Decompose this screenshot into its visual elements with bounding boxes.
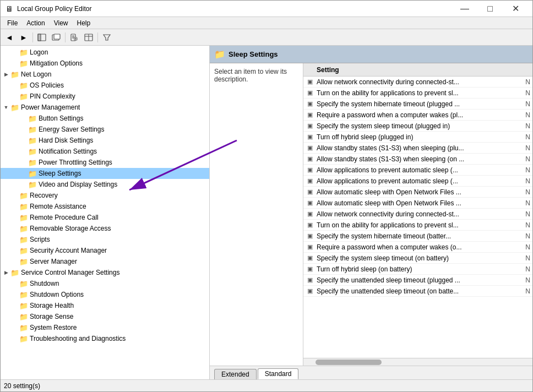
settings-row[interactable]: ▣ Specify the unattended sleep timeout (… <box>303 275 532 286</box>
setting-icon: ▣ <box>306 276 314 284</box>
menu-help[interactable]: Help <box>73 18 95 28</box>
settings-row[interactable]: ▣ Turn on the ability for applications t… <box>303 220 532 231</box>
tree-item-label: Scripts <box>30 236 50 243</box>
tree-expand-icon[interactable]: ▶ <box>2 268 10 277</box>
tree-expand-icon[interactable]: ▼ <box>2 103 10 112</box>
folder-icon: 📁 <box>10 269 19 276</box>
settings-row[interactable]: ▣ Specify the system hibernate timeout (… <box>303 231 532 242</box>
tree-item[interactable]: 📁Shutdown Options <box>1 289 209 300</box>
setting-state: N <box>519 122 530 130</box>
setting-icon: ▣ <box>306 166 314 174</box>
settings-row[interactable]: ▣ Require a password when a computer wak… <box>303 110 532 121</box>
tab-standard[interactable]: Standard <box>258 368 299 379</box>
tree-item[interactable]: 📁Power Throttling Settings <box>1 157 209 168</box>
settings-row[interactable]: ▣ Allow network connectivity during conn… <box>303 77 532 88</box>
tree-item[interactable]: 📁Button Settings <box>1 113 209 124</box>
setting-icon: ▣ <box>306 155 314 163</box>
menu-view[interactable]: View <box>50 18 73 28</box>
horizontal-scrollbar[interactable] <box>303 358 532 366</box>
tree-item[interactable]: 📁Video and Display Settings <box>1 179 209 190</box>
tree-item[interactable]: 📁Notification Settings <box>1 146 209 157</box>
tree-item[interactable]: 📁PIN Complexity <box>1 91 209 102</box>
settings-row[interactable]: ▣ Allow standby states (S1-S3) when slee… <box>303 154 532 165</box>
tab-extended[interactable]: Extended <box>214 369 257 379</box>
tree-item[interactable]: 📁Removable Storage Access <box>1 223 209 234</box>
tree-item[interactable]: 📁Shutdown <box>1 278 209 289</box>
tree-item[interactable]: 📁Logon <box>1 47 209 58</box>
tree-item[interactable]: 📁Recovery <box>1 190 209 201</box>
settings-row[interactable]: ▣ Allow automatic sleep with Open Networ… <box>303 187 532 198</box>
close-button[interactable]: ✕ <box>503 1 528 17</box>
setting-icon: ▣ <box>306 210 314 218</box>
setting-state: N <box>519 133 530 141</box>
tree-item[interactable]: 📁OS Policies <box>1 80 209 91</box>
toolbar-forward[interactable]: ► <box>17 31 30 44</box>
tree-item[interactable]: 📁Mitigation Options <box>1 58 209 69</box>
setting-label: Turn off hybrid sleep (plugged in) <box>317 133 519 141</box>
folder-icon: 📁 <box>19 291 28 298</box>
tree-item[interactable]: 📁Storage Health <box>1 300 209 311</box>
tree-item-label: Removable Storage Access <box>30 225 111 232</box>
settings-row[interactable]: ▣ Specify the system hibernate timeout (… <box>303 99 532 110</box>
tree-item[interactable]: 📁Hard Disk Settings <box>1 135 209 146</box>
toolbar-filter[interactable] <box>100 31 113 44</box>
menu-action[interactable]: Action <box>22 18 49 28</box>
folder-icon: 📁 <box>10 70 19 78</box>
scrollbar-thumb[interactable] <box>316 360 382 365</box>
settings-row[interactable]: ▣ Allow applications to prevent automati… <box>303 165 532 176</box>
settings-row[interactable]: ▣ Turn off hybrid sleep (on battery) N <box>303 264 532 275</box>
folder-icon: 📁 <box>28 159 37 166</box>
tree-item[interactable]: 📁Troubleshooting and Diagnostics <box>1 333 209 344</box>
toolbar-back[interactable]: ◄ <box>3 31 16 44</box>
tree-expand-icon[interactable]: ▶ <box>2 70 10 79</box>
maximize-button[interactable]: □ <box>477 1 503 17</box>
tree-item[interactable]: 📁Remote Assistance <box>1 201 209 212</box>
menu-file[interactable]: File <box>3 18 22 28</box>
toolbar-show-hide-console[interactable] <box>35 31 48 44</box>
tree-item[interactable]: 📁System Restore <box>1 322 209 333</box>
tree-item[interactable]: 📁Security Account Manager <box>1 245 209 256</box>
setting-state: N <box>519 243 530 251</box>
settings-row[interactable]: ▣ Allow applications to prevent automati… <box>303 176 532 187</box>
toolbar-properties[interactable] <box>68 31 81 44</box>
tree-item[interactable]: 📁Energy Saver Settings <box>1 124 209 135</box>
tree-item[interactable]: 📁Storage Sense <box>1 311 209 322</box>
minimize-button[interactable]: — <box>452 1 477 17</box>
setting-label: Specify the system hibernate timeout (ba… <box>317 232 519 240</box>
settings-row[interactable]: ▣ Turn off hybrid sleep (plugged in) N <box>303 132 532 143</box>
title-bar-left: 🖥 Local Group Policy Editor <box>5 4 91 13</box>
folder-icon: 📁 <box>19 92 28 100</box>
tree-item-label: Hard Disk Settings <box>39 137 93 144</box>
settings-row[interactable]: ▣ Allow network connectivity during conn… <box>303 209 532 220</box>
settings-row[interactable]: ▣ Specify the system sleep timeout (plug… <box>303 121 532 132</box>
tree-item[interactable]: ▶📁Service Control Manager Settings <box>1 267 209 278</box>
tree-item[interactable]: 📁Scripts <box>1 234 209 245</box>
tree-item-label: System Restore <box>30 324 77 331</box>
toolbar-extend[interactable] <box>82 31 95 44</box>
folder-icon: 📁 <box>19 258 28 265</box>
tree-item[interactable]: 📁Sleep Settings <box>1 168 209 179</box>
settings-header: Setting <box>303 63 532 77</box>
folder-icon: 📁 <box>28 126 37 133</box>
toolbar-new-window[interactable] <box>50 31 63 44</box>
svg-marker-14 <box>104 35 110 40</box>
tree-panel[interactable]: 📁Logon📁Mitigation Options▶📁Net Logon📁OS … <box>1 46 210 379</box>
tree-item[interactable]: 📁Server Manager <box>1 256 209 267</box>
folder-icon: 📁 <box>19 203 28 210</box>
setting-state: N <box>519 254 530 262</box>
tree-item[interactable]: 📁Remote Procedure Call <box>1 212 209 223</box>
settings-panel[interactable]: ▣ Allow network connectivity during conn… <box>303 77 532 358</box>
detail-header-title: Sleep Settings <box>229 50 278 58</box>
settings-row[interactable]: ▣ Require a password when a computer wak… <box>303 242 532 253</box>
tree-item-label: Logon <box>30 48 48 56</box>
settings-col-setting-label: Setting <box>306 66 530 74</box>
setting-state: N <box>519 78 530 86</box>
settings-row[interactable]: ▣ Allow standby states (S1-S3) when slee… <box>303 143 532 154</box>
tree-item[interactable]: ▼📁Power Management <box>1 102 209 113</box>
settings-row[interactable]: ▣ Allow automatic sleep with Open Networ… <box>303 198 532 209</box>
setting-label: Specify the system hibernate timeout (pl… <box>317 100 519 108</box>
tree-item[interactable]: ▶📁Net Logon <box>1 69 209 80</box>
settings-row[interactable]: ▣ Specify the system sleep timeout (on b… <box>303 253 532 264</box>
settings-row[interactable]: ▣ Turn on the ability for applications t… <box>303 88 532 99</box>
settings-row[interactable]: ▣ Specify the unattended sleep timeout (… <box>303 286 532 297</box>
